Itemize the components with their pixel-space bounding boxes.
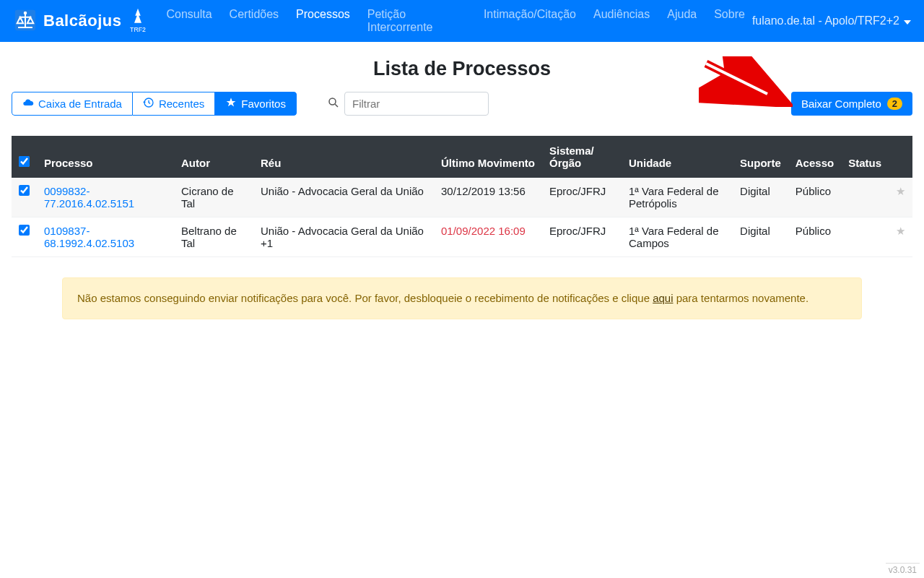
star-icon bbox=[225, 97, 237, 111]
header-checkbox-cell bbox=[12, 136, 37, 178]
header-star bbox=[889, 136, 912, 178]
cell-unidade: 1ª Vara Federal de Campos bbox=[622, 217, 733, 257]
table-row: 0109837-68.1992.4.02.5103 Beltrano de Ta… bbox=[12, 217, 912, 257]
tab-favorites-label: Favoritos bbox=[241, 98, 286, 110]
cell-ultimo: 01/09/2022 16:09 bbox=[434, 217, 542, 257]
cell-ultimo: 30/12/2019 13:56 bbox=[434, 178, 542, 217]
nav-item-ajuda[interactable]: Ajuda bbox=[660, 2, 704, 40]
alert-text-after: para tentarmos novamente. bbox=[674, 292, 809, 304]
header-ultimo[interactable]: Último Movimento bbox=[434, 136, 542, 178]
tab-inbox[interactable]: Caixa de Entrada bbox=[12, 92, 133, 116]
tab-recents-label: Recentes bbox=[159, 98, 204, 110]
header-status[interactable]: Status bbox=[841, 136, 889, 178]
brand-name: Balcãojus bbox=[43, 12, 121, 30]
cell-suporte: Digital bbox=[733, 178, 788, 217]
tab-favorites[interactable]: Favoritos bbox=[215, 92, 297, 116]
header-sistema[interactable]: Sistema/ Órgão bbox=[542, 136, 622, 178]
nav-item-consulta[interactable]: Consulta bbox=[159, 2, 219, 40]
row-checkbox[interactable] bbox=[19, 225, 30, 236]
toolbar: Caixa de Entrada Recentes Favoritos Baix… bbox=[0, 92, 924, 116]
download-label: Baixar Completo bbox=[801, 98, 881, 110]
nav-item-intimacao[interactable]: Intimação/Citação bbox=[476, 2, 583, 40]
tab-recents[interactable]: Recentes bbox=[133, 92, 215, 116]
balance-scale-icon bbox=[13, 8, 38, 35]
cell-suporte: Digital bbox=[733, 217, 788, 257]
alert-text-before: Não estamos conseguindo enviar notificaç… bbox=[77, 292, 653, 304]
header-unidade[interactable]: Unidade bbox=[622, 136, 733, 178]
cell-acesso: Público bbox=[788, 217, 841, 257]
cell-status bbox=[841, 178, 889, 217]
nav-item-peticao[interactable]: Petição Intercorrente bbox=[360, 2, 474, 40]
cell-status bbox=[841, 217, 889, 257]
nav-item-certidoes[interactable]: Certidões bbox=[222, 2, 286, 40]
history-icon bbox=[143, 97, 154, 111]
process-table-wrap: Processo Autor Réu Último Movimento Sist… bbox=[0, 136, 924, 257]
svg-point-3 bbox=[329, 98, 336, 105]
favorite-star-icon[interactable]: ★ bbox=[889, 178, 912, 217]
header-reu[interactable]: Réu bbox=[253, 136, 434, 178]
row-checkbox[interactable] bbox=[19, 185, 30, 196]
svg-text:TRF2: TRF2 bbox=[131, 26, 147, 33]
filter-wrap bbox=[327, 92, 489, 116]
notification-alert: Não estamos conseguindo enviar notificaç… bbox=[62, 277, 862, 319]
brand[interactable]: Balcãojus TRF2 bbox=[13, 6, 149, 37]
download-count-badge: 2 bbox=[887, 98, 902, 110]
select-all-checkbox[interactable] bbox=[19, 156, 30, 167]
user-label: fulano.de.tal - Apolo/TRF2+2 bbox=[752, 14, 899, 27]
nav-item-audiencias[interactable]: Audiências bbox=[586, 2, 657, 40]
version-footer: v3.0.31 bbox=[886, 563, 920, 577]
cell-reu: União - Advocacia Geral da União +1 bbox=[253, 217, 434, 257]
header-acesso[interactable]: Acesso bbox=[788, 136, 841, 178]
nav-item-processos[interactable]: Processos bbox=[289, 2, 357, 40]
navbar: Balcãojus TRF2 Consulta Certidões Proces… bbox=[0, 0, 924, 42]
view-tabs: Caixa de Entrada Recentes Favoritos bbox=[12, 92, 297, 116]
user-dropdown[interactable]: fulano.de.tal - Apolo/TRF2+2 bbox=[752, 14, 911, 27]
favorite-star-icon[interactable]: ★ bbox=[889, 217, 912, 257]
process-link[interactable]: 0099832-77.2016.4.02.5151 bbox=[44, 185, 134, 210]
cell-autor: Beltrano de Tal bbox=[174, 217, 253, 257]
cell-reu: União - Advocacia Geral da União bbox=[253, 178, 434, 217]
header-autor[interactable]: Autor bbox=[174, 136, 253, 178]
header-suporte[interactable]: Suporte bbox=[733, 136, 788, 178]
page-title: Lista de Processos bbox=[0, 58, 924, 80]
cell-sistema: Eproc/JFRJ bbox=[542, 178, 622, 217]
cloud-icon bbox=[22, 97, 34, 111]
alert-link[interactable]: aqui bbox=[653, 292, 673, 304]
nav-links: Consulta Certidões Processos Petição Int… bbox=[159, 2, 751, 40]
cell-unidade: 1ª Vara Federal de Petrópolis bbox=[622, 178, 733, 217]
process-link[interactable]: 0109837-68.1992.4.02.5103 bbox=[44, 225, 134, 249]
search-icon bbox=[327, 96, 340, 111]
caret-down-icon bbox=[904, 14, 911, 27]
cell-acesso: Público bbox=[788, 178, 841, 217]
process-table: Processo Autor Réu Último Movimento Sist… bbox=[12, 136, 912, 257]
cell-sistema: Eproc/JFRJ bbox=[542, 217, 622, 257]
trf2-logo-icon: TRF2 bbox=[127, 6, 149, 37]
filter-input[interactable] bbox=[344, 92, 489, 116]
download-complete-button[interactable]: Baixar Completo 2 bbox=[791, 92, 912, 116]
tab-inbox-label: Caixa de Entrada bbox=[38, 98, 122, 110]
header-processo[interactable]: Processo bbox=[37, 136, 174, 178]
cell-autor: Cicrano de Tal bbox=[174, 178, 253, 217]
nav-item-sobre[interactable]: Sobre bbox=[707, 2, 752, 40]
table-row: 0099832-77.2016.4.02.5151 Cicrano de Tal… bbox=[12, 178, 912, 217]
